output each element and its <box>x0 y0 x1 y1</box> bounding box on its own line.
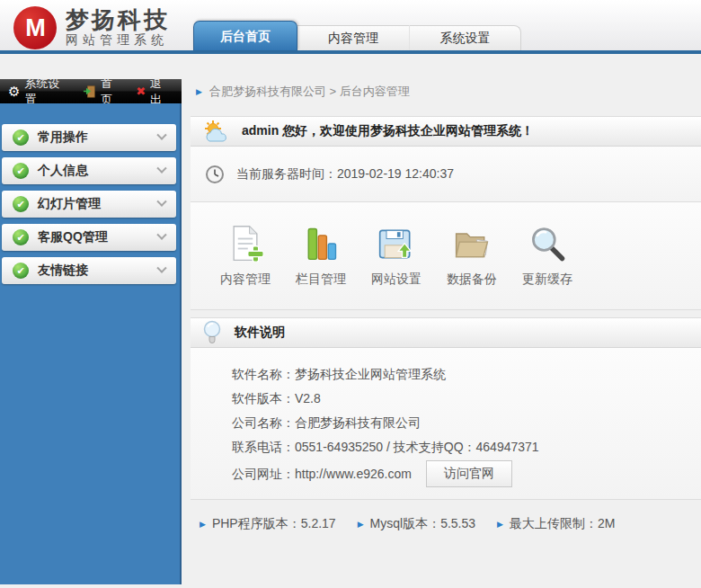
info-label: 软件版本： <box>232 391 295 405</box>
bulb-icon <box>202 320 222 345</box>
app-header: M 梦扬科技 网站管理系统 后台首页 内容管理 系统设置 <box>0 0 701 54</box>
tab-backend-home[interactable]: 后台首页 <box>193 21 297 50</box>
brand-subtitle: 网站管理系统 <box>66 32 170 49</box>
bar-chart-icon <box>301 224 341 263</box>
main-tabs: 后台首页 内容管理 系统设置 <box>193 25 521 50</box>
env-php-version: ▶ PHP程序版本：5.2.17 <box>200 516 336 532</box>
logo-monogram-icon: M <box>13 6 57 49</box>
sidebar-item-label: 个人信息 <box>38 163 88 179</box>
check-circle-icon: ✔ <box>13 163 29 179</box>
env-mysql-version: ▶ Mysql版本：5.5.53 <box>358 516 475 532</box>
gear-icon: ⚙ <box>8 84 20 100</box>
check-circle-icon: ✔ <box>13 263 29 279</box>
software-info-panel: 软件名称：梦扬科技企业网站管理系统 软件版本：V2.8 公司名称：合肥梦扬科技有… <box>191 348 701 500</box>
clock-icon <box>205 165 225 184</box>
triangle-marker-icon: ▶ <box>200 520 206 529</box>
sidebar-item-qq-service[interactable]: ✔ 客服QQ管理 <box>2 224 176 251</box>
server-time-value: 2019-02-19 12:40:37 <box>337 166 454 181</box>
welcome-bar: admin 您好，欢迎使用梦扬科技企业网站管理系统！ <box>191 116 701 147</box>
shortcut-label: 内容管理 <box>220 272 271 288</box>
triangle-marker-icon: ▶ <box>497 520 503 529</box>
sidebar-item-label: 幻灯片管理 <box>38 196 101 212</box>
software-section-title: 软件说明 <box>235 325 285 341</box>
info-value: 0551-64935250 / 技术支持QQ：464947371 <box>295 440 539 454</box>
info-row-website: 公司网址：http://www.e926.com 访问官网 <box>232 459 701 488</box>
close-x-icon: ✖ <box>136 85 146 98</box>
welcome-message: admin 您好，欢迎使用梦扬科技企业网站管理系统！ <box>242 123 534 139</box>
info-value: 合肥梦扬科技有限公司 <box>295 415 421 430</box>
chevron-down-icon <box>156 130 166 140</box>
info-value: V2.8 <box>295 391 321 405</box>
shortcut-site-settings[interactable]: 网站设置 <box>368 224 424 288</box>
env-value: 5.5.53 <box>440 516 475 530</box>
info-row-company-name: 公司名称：合肥梦扬科技有限公司 <box>232 411 701 435</box>
sidebar-item-friend-links[interactable]: ✔ 友情链接 <box>2 257 176 284</box>
company-url: http://www.e926.com <box>295 467 412 481</box>
triangle-marker-icon: ▶ <box>196 87 202 96</box>
env-label: 最大上传限制： <box>510 516 598 530</box>
shortcut-refresh-cache[interactable]: 更新缓存 <box>519 224 575 288</box>
sidebar-item-label: 常用操作 <box>38 129 88 146</box>
triangle-marker-icon: ▶ <box>358 520 364 529</box>
env-value: 5.2.17 <box>301 516 336 530</box>
document-add-icon <box>226 224 265 263</box>
shortcut-label: 栏目管理 <box>296 272 346 288</box>
sidebar-menu: ✔ 常用操作 ✔ 个人信息 ✔ 幻灯片管理 ✔ 客服QQ管理 ✔ 友情链 <box>0 103 182 584</box>
shortcut-label: 更新缓存 <box>522 272 572 288</box>
info-label: 公司名称： <box>232 415 295 430</box>
door-exit-icon <box>83 85 96 98</box>
chevron-down-icon <box>156 164 166 174</box>
info-label: 软件名称： <box>232 367 295 381</box>
check-circle-icon: ✔ <box>13 129 29 146</box>
sidebar-item-slideshow[interactable]: ✔ 幻灯片管理 <box>2 191 176 218</box>
breadcrumb: ▶ 合肥梦扬科技有限公司 > 后台内容管理 <box>191 79 701 103</box>
software-section-header: 软件说明 <box>191 317 701 348</box>
sidebar-item-common-operations[interactable]: ✔ 常用操作 <box>2 124 176 151</box>
sun-cloud-icon <box>202 120 229 143</box>
quick-toolbar: ⚙ 系统设置 首页 ✖ 退出 <box>0 79 182 103</box>
server-time-label: 当前服务器时间： <box>236 166 337 181</box>
shortcut-data-backup[interactable]: 数据备份 <box>444 224 500 288</box>
shortcuts-panel: 内容管理 栏目管理 <box>191 202 701 310</box>
sidebar-item-personal-info[interactable]: ✔ 个人信息 <box>2 157 176 184</box>
shortcut-column-management[interactable]: 栏目管理 <box>293 224 349 288</box>
shortcut-content-management[interactable]: 内容管理 <box>217 224 273 288</box>
env-value: 2M <box>598 516 615 530</box>
tab-system-settings[interactable]: 系统设置 <box>409 25 520 50</box>
info-label: 联系电话： <box>232 440 295 454</box>
chevron-down-icon <box>156 197 166 207</box>
info-label: 公司网址： <box>232 467 295 481</box>
environment-stats: ▶ PHP程序版本：5.2.17 ▶ Mysql版本：5.5.53 ▶ 最大上传… <box>191 500 701 532</box>
breadcrumb-text: 合肥梦扬科技有限公司 > 后台内容管理 <box>209 84 410 100</box>
info-row-contact: 联系电话：0551-64935250 / 技术支持QQ：464947371 <box>232 435 701 459</box>
folder-backup-icon <box>452 224 492 263</box>
info-row-software-version: 软件版本：V2.8 <box>232 387 701 411</box>
sidebar-item-label: 客服QQ管理 <box>38 229 108 245</box>
check-circle-icon: ✔ <box>13 196 29 212</box>
info-value: 梦扬科技企业网站管理系统 <box>295 367 446 381</box>
save-upload-icon <box>377 224 416 263</box>
server-time-panel: 当前服务器时间：2019-02-19 12:40:37 <box>191 147 701 202</box>
env-label: Mysql版本： <box>370 516 441 530</box>
chevron-down-icon <box>156 230 166 240</box>
sidebar: ⚙ 系统设置 首页 ✖ 退出 <box>0 54 182 584</box>
sidebar-item-label: 友情链接 <box>38 263 88 279</box>
visit-official-site-button[interactable]: 访问官网 <box>426 460 512 487</box>
brand-title: 梦扬科技 <box>66 7 170 32</box>
shortcut-label: 数据备份 <box>447 272 497 288</box>
main-content: ▶ 合肥梦扬科技有限公司 > 后台内容管理 admin 您好，欢迎使用梦扬科技企… <box>191 54 701 584</box>
magnifier-icon <box>528 224 567 263</box>
chevron-down-icon <box>156 263 166 273</box>
env-upload-limit: ▶ 最大上传限制：2M <box>497 516 615 532</box>
env-label: PHP程序版本： <box>212 516 301 530</box>
shortcut-label: 网站设置 <box>371 272 421 288</box>
tab-content-management[interactable]: 内容管理 <box>297 25 409 50</box>
check-circle-icon: ✔ <box>13 229 29 245</box>
info-row-software-name: 软件名称：梦扬科技企业网站管理系统 <box>232 362 701 387</box>
app-logo: M 梦扬科技 网站管理系统 <box>13 6 170 49</box>
